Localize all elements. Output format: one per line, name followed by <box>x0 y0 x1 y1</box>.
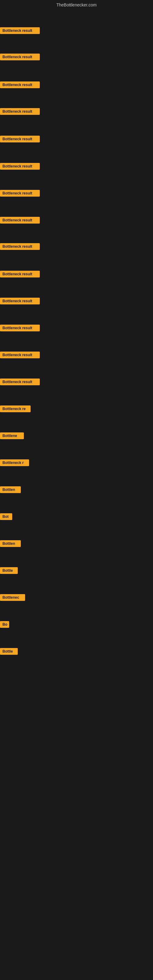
bottleneck-badge-16[interactable]: Bottlene <box>0 433 24 441</box>
bottleneck-badge-label-15: Bottleneck re <box>0 406 30 412</box>
bottleneck-badge-15[interactable]: Bottleneck re <box>0 406 30 414</box>
bottleneck-badge-label-7: Bottleneck result <box>0 190 40 197</box>
bottleneck-badge-19[interactable]: Bot <box>0 513 12 521</box>
bottleneck-badge-label-13: Bottleneck result <box>0 352 40 358</box>
bottleneck-badge-2[interactable]: Bottleneck result <box>0 54 40 62</box>
bottleneck-badge-12[interactable]: Bottleneck result <box>0 325 40 332</box>
bottleneck-badge-label-4: Bottleneck result <box>0 108 40 115</box>
bottleneck-badge-label-22: Bottlenec <box>0 594 25 601</box>
bottleneck-badge-label-5: Bottleneck result <box>0 136 40 142</box>
bottleneck-badge-label-23: Bo <box>0 621 9 628</box>
bottleneck-badge-22[interactable]: Bottlenec <box>0 594 25 602</box>
bottleneck-badge-20[interactable]: Bottlen <box>0 540 21 548</box>
bottleneck-badge-3[interactable]: Bottleneck result <box>0 81 40 89</box>
bottleneck-badge-10[interactable]: Bottleneck result <box>0 271 40 279</box>
bottleneck-badge-4[interactable]: Bottleneck result <box>0 108 40 116</box>
bottleneck-badge-label-2: Bottleneck result <box>0 54 40 60</box>
bottleneck-badge-18[interactable]: Bottlen <box>0 486 21 494</box>
bottleneck-badge-label-1: Bottleneck result <box>0 27 40 34</box>
bottleneck-badge-label-3: Bottleneck result <box>0 81 40 88</box>
bottleneck-badge-label-16: Bottlene <box>0 433 24 439</box>
bottleneck-badge-17[interactable]: Bottleneck r <box>0 460 29 467</box>
bottleneck-badge-7[interactable]: Bottleneck result <box>0 190 40 198</box>
site-title: TheBottlenecker.com <box>0 0 153 10</box>
bottleneck-badge-6[interactable]: Bottleneck result <box>0 163 40 171</box>
bottleneck-badge-9[interactable]: Bottleneck result <box>0 243 40 251</box>
bottleneck-badge-label-11: Bottleneck result <box>0 298 40 304</box>
bottleneck-badge-21[interactable]: Bottle <box>0 567 18 575</box>
bottleneck-badge-label-19: Bot <box>0 513 12 520</box>
bottleneck-badge-14[interactable]: Bottleneck result <box>0 379 40 387</box>
bottleneck-badge-8[interactable]: Bottleneck result <box>0 217 40 225</box>
bottleneck-badge-label-9: Bottleneck result <box>0 243 40 250</box>
bottleneck-badge-label-18: Bottlen <box>0 486 21 493</box>
bottleneck-badge-label-6: Bottleneck result <box>0 163 40 170</box>
bottleneck-badge-label-10: Bottleneck result <box>0 271 40 277</box>
bottleneck-badge-label-12: Bottleneck result <box>0 325 40 331</box>
bottleneck-badge-11[interactable]: Bottleneck result <box>0 298 40 305</box>
bottleneck-badge-13[interactable]: Bottleneck result <box>0 352 40 360</box>
bottleneck-badge-label-20: Bottlen <box>0 540 21 547</box>
bottleneck-badge-label-17: Bottleneck r <box>0 460 29 466</box>
bottleneck-badge-label-8: Bottleneck result <box>0 217 40 224</box>
bottleneck-badge-label-14: Bottleneck result <box>0 379 40 385</box>
bottleneck-badge-label-24: Bottle <box>0 648 18 655</box>
bottleneck-badge-5[interactable]: Bottleneck result <box>0 136 40 144</box>
bottleneck-badge-24[interactable]: Bottle <box>0 648 18 656</box>
bottleneck-badge-label-21: Bottle <box>0 567 18 574</box>
bottleneck-badge-23[interactable]: Bo <box>0 621 9 629</box>
bottleneck-badge-1[interactable]: Bottleneck result <box>0 27 40 35</box>
